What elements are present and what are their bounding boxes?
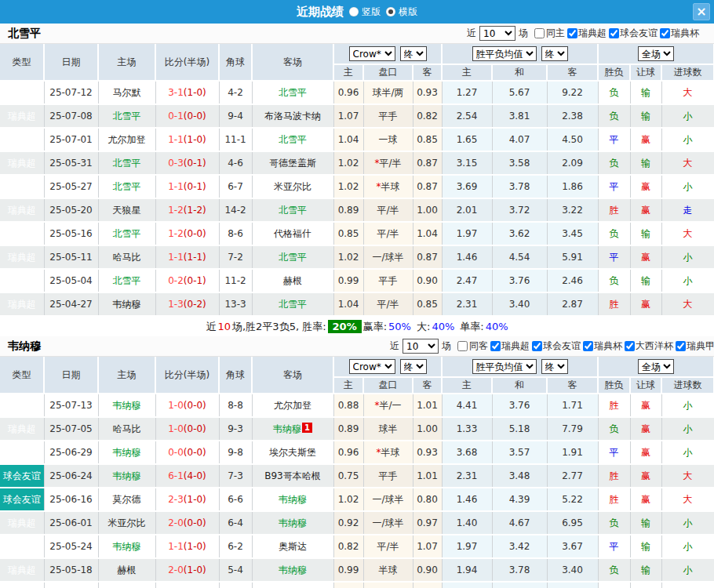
final-odds-select[interactable]: 终: [400, 46, 427, 61]
league-checkbox[interactable]: [490, 341, 501, 351]
mean-away-cell: 2.38: [547, 104, 598, 128]
away-odds-cell: 0.80: [413, 488, 442, 511]
away-odds-cell: 1.00: [413, 198, 442, 222]
handicap-text: 平手: [379, 111, 398, 122]
radio-icon[interactable]: [349, 7, 359, 16]
league-filter[interactable]: 瑞典杯: [581, 339, 622, 353]
final-mean-select[interactable]: 终: [541, 46, 568, 61]
away-team-cell: 布洛马波卡纳: [252, 104, 333, 128]
league-filter[interactable]: 瑞典超: [565, 27, 607, 40]
away-team-cell: 哥德堡盖斯: [252, 151, 333, 175]
layout-radio-vertical[interactable]: 竖版: [349, 5, 381, 19]
away-team-name: 代格福什: [274, 228, 311, 239]
layout-radio-horizontal[interactable]: 横版: [386, 5, 417, 19]
date-cell: 25-05-20: [44, 198, 98, 222]
odds-win-label: 赢率:: [363, 320, 387, 334]
corner-cell: 4-9: [219, 582, 252, 588]
away-team-name: 北雪平: [279, 87, 307, 98]
league-checkbox[interactable]: [532, 341, 542, 351]
match-row: 瑞典超25-07-01尤尔加登1-1(1-0)11-1北雪平1.04一球0.85…: [0, 128, 714, 151]
away-team-cell: 韦纳穆: [252, 511, 333, 535]
league-cell: 瑞典超: [0, 511, 44, 535]
score-cell: 2-2(1-2): [155, 582, 219, 588]
mean-draw-cell: 3.72: [492, 198, 547, 222]
goals-result-cell: 大: [661, 488, 714, 511]
away-team-name: 韦纳穆: [279, 564, 307, 575]
mean-select[interactable]: 胜平负均值: [472, 359, 537, 374]
final-odds-select[interactable]: 终: [400, 359, 427, 374]
mean-select[interactable]: 胜平负均值: [472, 46, 537, 61]
col-mean-draw: 和: [492, 64, 547, 81]
away-odds-cell: 0.85: [413, 128, 442, 151]
league-checkbox[interactable]: [676, 341, 686, 351]
league-checkbox[interactable]: [609, 28, 619, 38]
red-card-badge: 1: [302, 423, 312, 433]
fulltime-select[interactable]: 全场: [638, 46, 674, 61]
league-filter[interactable]: 球会友谊: [530, 339, 581, 353]
close-icon: ×: [696, 5, 706, 18]
home-odds-cell: 1.02: [333, 245, 363, 269]
col-corner: 角球: [219, 44, 252, 81]
mean-away-cell: 5.22: [547, 488, 598, 511]
final-mean-select[interactable]: 终: [541, 359, 568, 374]
handicap-text: 球半: [379, 423, 398, 434]
score-cell: 1-2(0-0): [155, 222, 219, 245]
handicap-cell: *半球: [363, 441, 413, 464]
handicap-text: 平/半: [377, 299, 399, 310]
mean-away-cell: 2.46: [547, 269, 598, 292]
score-cell: 1-0(0-0): [155, 394, 219, 417]
goals-result-cell: 小: [661, 269, 714, 292]
league-cell: 瑞典超: [0, 535, 44, 558]
score-cell: 0-3(0-1): [155, 151, 219, 175]
col-handicap-result: 让球: [630, 64, 661, 81]
handicap-result-cell: 输: [630, 104, 661, 128]
league-checkbox[interactable]: [567, 28, 577, 38]
col-goals: 进球数: [661, 64, 714, 81]
goals-result-cell: 小: [661, 245, 714, 269]
league-checkbox[interactable]: [660, 28, 670, 38]
corner-cell: 4-6: [219, 151, 252, 175]
close-button[interactable]: ×: [693, 3, 710, 20]
handicap-cell: 平/半: [363, 535, 413, 558]
handicap-result-cell: 输: [630, 558, 661, 582]
result-cell: 负: [598, 417, 630, 441]
away-odds-cell: 0.87: [413, 175, 442, 198]
halftime-score: (1-2): [184, 205, 206, 216]
fulltime-score: 2-0: [168, 517, 184, 528]
goals-result-cell: 大: [661, 81, 714, 104]
same-venue-checkbox[interactable]: [534, 28, 545, 38]
score-cell: 1-1(1-0): [155, 535, 219, 558]
mean-away-cell: 1.71: [547, 394, 598, 417]
match-count-select[interactable]: 10: [403, 339, 439, 354]
league-checkbox[interactable]: [583, 341, 593, 351]
home-team-name: 马尔默: [113, 87, 141, 98]
away-odds-cell: 0.90: [413, 269, 442, 292]
halftime-score: (0-0): [184, 400, 206, 411]
fulltime-select[interactable]: 全场: [638, 359, 674, 374]
bookmaker-select[interactable]: Crow*: [349, 46, 395, 61]
team-section: 北雪平 近 10 场 同主 瑞典超球会友谊瑞典杯 类型 日期: [0, 24, 714, 336]
handicap-cell: 平/半: [363, 222, 413, 245]
same-venue-checkbox[interactable]: [457, 341, 468, 351]
results-table: 类型 日期 主场 比分(半场) 角球 客场 Crow*终 胜平负均值终 全场: [0, 357, 714, 588]
fulltime-score: 1-1: [168, 134, 184, 145]
home-odds-cell: 0.75: [333, 464, 363, 488]
handicap-text: 一/球半: [372, 252, 403, 263]
league-filter[interactable]: 球会友谊: [607, 27, 658, 40]
home-team-name: 北雪平: [113, 158, 141, 169]
league-filter[interactable]: 大西洋杯: [622, 339, 673, 353]
mean-draw-cell: 3.42: [492, 535, 547, 558]
league-cell: 瑞典超: [0, 198, 44, 222]
radio-icon[interactable]: [386, 7, 395, 16]
goals-result-cell: 大: [661, 292, 714, 316]
league-filter[interactable]: 瑞典甲: [673, 339, 714, 353]
match-count-select[interactable]: 10: [479, 26, 515, 41]
league-filter[interactable]: 瑞典超: [488, 339, 530, 353]
handicap-cell: *平/半: [363, 151, 413, 175]
league-cell: 瑞典超: [0, 441, 44, 464]
result-cell: 平: [598, 441, 630, 464]
handicap-result-cell: 输: [630, 151, 661, 175]
league-checkbox[interactable]: [625, 341, 635, 351]
league-filter[interactable]: 瑞典杯: [658, 27, 699, 40]
bookmaker-select[interactable]: Crow*: [349, 359, 395, 374]
